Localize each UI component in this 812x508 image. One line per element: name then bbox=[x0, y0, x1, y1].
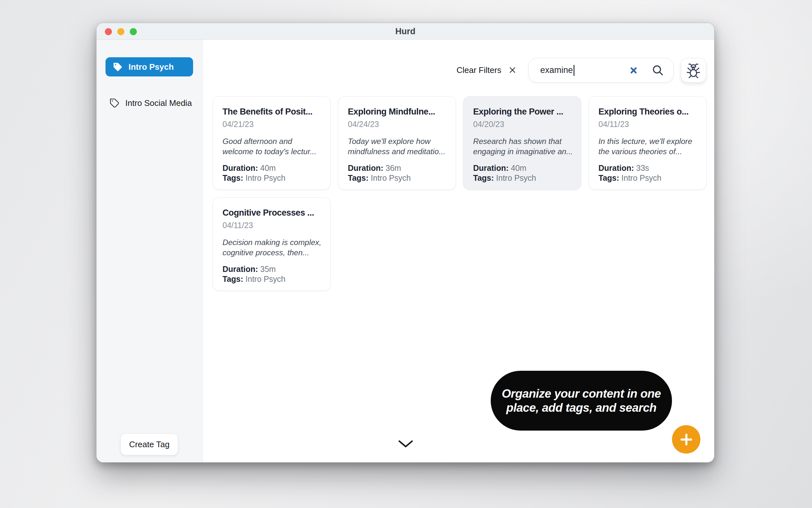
app-window: Hurd Intro Psych Intro Social Media Crea… bbox=[96, 23, 715, 463]
clear-search-icon[interactable] bbox=[630, 67, 637, 74]
card-duration: Duration: 36m bbox=[348, 163, 448, 173]
card-excerpt: Today we'll explore how mindfulness and … bbox=[348, 136, 448, 157]
card-excerpt: Decision making is complex, cognitive pr… bbox=[223, 237, 323, 258]
content-card[interactable]: The Benefits of Posit... 04/21/23 Good a… bbox=[212, 96, 331, 190]
card-tags: Tags: Intro Psych bbox=[599, 173, 699, 183]
content-card[interactable]: Exploring Mindfulne... 04/24/23 Today we… bbox=[338, 96, 456, 190]
card-excerpt: Research has shown that engaging in imag… bbox=[473, 136, 573, 157]
card-excerpt: Good afternoon and welcome to today's le… bbox=[223, 136, 323, 157]
close-icon[interactable] bbox=[508, 65, 517, 75]
text-caret bbox=[574, 65, 574, 76]
card-duration: Duration: 33s bbox=[599, 163, 699, 173]
card-date: 04/20/23 bbox=[473, 120, 573, 129]
card-title: Exploring Mindfulne... bbox=[348, 107, 448, 117]
onboarding-tooltip: Organize your content in one place, add … bbox=[491, 371, 672, 431]
content-card[interactable]: Cognitive Processes ... 04/11/23 Decisio… bbox=[212, 197, 331, 291]
debug-button[interactable] bbox=[681, 58, 706, 83]
add-content-button[interactable] bbox=[672, 425, 701, 454]
plus-icon bbox=[679, 432, 694, 447]
card-title: The Benefits of Posit... bbox=[223, 107, 323, 117]
content-card[interactable]: Exploring Theories o... 04/11/23 In this… bbox=[588, 96, 707, 190]
search-input[interactable]: examine bbox=[528, 58, 674, 83]
card-grid: The Benefits of Posit... 04/21/23 Good a… bbox=[212, 96, 707, 291]
search-icon[interactable] bbox=[652, 64, 664, 77]
sidebar-item-intro-social-media[interactable]: Intro Social Media bbox=[109, 94, 199, 112]
window-title: Hurd bbox=[97, 23, 714, 40]
card-tags: Tags: Intro Psych bbox=[223, 274, 323, 284]
create-tag-button[interactable]: Create Tag bbox=[121, 433, 178, 455]
clear-filters-button[interactable]: Clear Filters bbox=[457, 62, 517, 78]
card-duration: Duration: 40m bbox=[473, 163, 573, 173]
card-title: Exploring the Power ... bbox=[473, 107, 573, 117]
sidebar: Intro Psych Intro Social Media Create Ta… bbox=[97, 40, 203, 462]
card-date: 04/21/23 bbox=[223, 120, 323, 129]
titlebar: Hurd bbox=[97, 23, 714, 40]
content-card[interactable]: Exploring the Power ... 04/20/23 Researc… bbox=[463, 96, 581, 190]
tag-icon bbox=[112, 62, 123, 72]
card-title: Cognitive Processes ... bbox=[223, 208, 323, 218]
scroll-down-chevron[interactable] bbox=[397, 439, 414, 449]
clear-filters-label: Clear Filters bbox=[457, 65, 501, 75]
card-date: 04/11/23 bbox=[599, 120, 699, 129]
bug-icon bbox=[685, 62, 701, 78]
card-tags: Tags: Intro Psych bbox=[223, 173, 323, 183]
card-duration: Duration: 35m bbox=[223, 264, 323, 274]
sidebar-item-label: Intro Psych bbox=[129, 62, 174, 72]
card-duration: Duration: 40m bbox=[223, 163, 323, 173]
sidebar-item-label: Intro Social Media bbox=[125, 98, 192, 108]
card-tags: Tags: Intro Psych bbox=[348, 173, 448, 183]
card-excerpt: In this lecture, we'll explore the vario… bbox=[599, 136, 699, 157]
card-title: Exploring Theories o... bbox=[599, 107, 699, 117]
card-date: 04/24/23 bbox=[348, 120, 448, 129]
sidebar-item-intro-psych[interactable]: Intro Psych bbox=[105, 57, 193, 77]
tag-icon bbox=[109, 98, 120, 108]
card-date: 04/11/23 bbox=[223, 221, 323, 230]
card-tags: Tags: Intro Psych bbox=[473, 173, 573, 183]
search-input-value: examine bbox=[540, 65, 573, 75]
